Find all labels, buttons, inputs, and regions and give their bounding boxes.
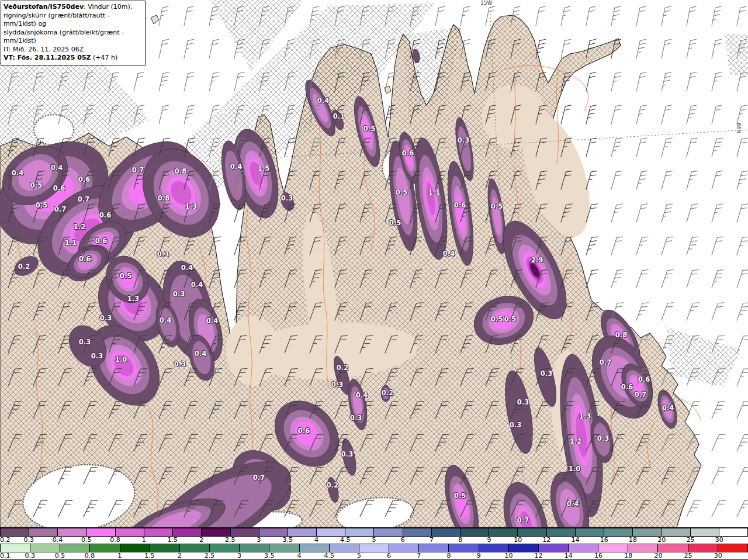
rain-scale-tick-label: 0.8 (85, 552, 95, 559)
precip-value-label: 0.5 (396, 188, 407, 196)
precip-value-label: 0.6 (402, 149, 414, 157)
precip-value-label: 0.4 (160, 316, 171, 324)
rain-scale-segment (120, 544, 150, 552)
rain-scale-tick-label: 3 (237, 552, 241, 559)
legend: 0.20.30.40.50.811.522.533.544.5567891012… (0, 527, 748, 560)
precip-value-label: 0.2 (337, 364, 348, 372)
sleet-scale-tick-label: 1 (142, 536, 146, 544)
latitude-label-right: 66N (736, 123, 742, 133)
sleet-scale-segment (374, 528, 403, 536)
precip-value-label: 0.4 (12, 169, 23, 177)
precip-value-label: 0.7 (132, 166, 144, 174)
sleet-scale-tick-label: 25 (687, 536, 695, 544)
precip-value-label: 0.3 (100, 314, 112, 322)
precip-value-label: 0.3 (91, 352, 103, 360)
sleet-scale-segment (29, 528, 58, 536)
precip-value-label: 0.3 (174, 360, 186, 368)
precip-value-label: 0.2 (382, 389, 393, 397)
precip-value-label: 1.2 (570, 437, 581, 445)
rain-scale-tick-label: 4 (297, 552, 302, 559)
sleet-scale-segment (518, 528, 546, 536)
title-box: Veðurstofan/IS750dev: Vindur (10m), rign… (1, 1, 146, 65)
rain-scale-tick-label: 14 (565, 552, 573, 559)
precip-value-label: 0.7 (600, 358, 611, 367)
rain-scale-tick-label: 12 (535, 552, 543, 559)
sleet-colorbar-labels: 0.20.30.40.50.811.522.533.544.5567891012… (0, 537, 748, 544)
precip-value-label: 0.6 (79, 255, 91, 263)
rain-scale-segment (330, 544, 359, 552)
sleet-scale-segment (345, 528, 374, 536)
rain-scale-tick-label: 2 (178, 552, 182, 559)
sleet-scale-segment (547, 528, 576, 536)
rain-scale-tick-label: 30 (714, 552, 722, 559)
precip-value-label: 0.3 (350, 414, 362, 422)
precip-value-label: 0.4 (356, 391, 368, 399)
sleet-scale-segment (231, 528, 259, 536)
sleet-scale-segment (432, 528, 460, 536)
precip-value-label: 0.8 (615, 331, 627, 339)
precip-value-label: 0.5 (363, 125, 375, 133)
rain-scale-tick-label: 1 (117, 552, 122, 559)
precip-value-label: 0.3 (517, 398, 529, 406)
precip-boundary-area (34, 115, 74, 145)
precip-value-label: 2.9 (531, 256, 543, 264)
sleet-scale-tick-label: 6 (401, 536, 405, 544)
sleet-scale-tick-label: 9 (487, 536, 491, 544)
sleet-scale-segment (116, 528, 144, 536)
precip-value-label: 0.6 (621, 383, 633, 391)
rain-scale-segment (210, 544, 240, 552)
sleet-scale-segment (87, 528, 116, 536)
rain-scale-tick-label: 18 (624, 552, 632, 559)
precip-value-label: 0.2 (18, 262, 30, 271)
rain-scale-segment (628, 544, 658, 552)
rain-scale-segment (180, 544, 210, 552)
sleet-scale-tick-label: 4.5 (340, 536, 351, 544)
sleet-scale-segment (489, 528, 518, 536)
sleet-scale-segment (144, 528, 173, 536)
init-time: IT: Mið. 26. 11. 2025 06Z (4, 46, 143, 54)
valid-time-bold: VT: Fös. 28.11.2025 05Z (4, 54, 91, 61)
rain-scale-segment (30, 544, 60, 552)
precip-value-label: 0.3 (510, 421, 521, 429)
sleet-scale-tick-label: 1.5 (168, 536, 178, 544)
rain-scale-tick-label: 9 (477, 552, 481, 559)
sleet-scale-tick-label: 30 (715, 536, 723, 544)
sleet-scale-segment (633, 528, 662, 536)
precip-value-label: 0.3 (331, 381, 343, 389)
sleet-scale-segment (576, 528, 604, 536)
sleet-scale-tick-label: 0.3 (23, 536, 34, 544)
precip-value-label: 0.4 (662, 404, 674, 412)
precip-value-label: 0.4 (181, 264, 193, 272)
sleet-scale-tick-label: 2 (199, 536, 203, 544)
title-line-2: rigning/skúrir (grænt/blátt/rautt - mm/1… (4, 12, 143, 29)
sleet-scale-tick-label: 7 (430, 536, 434, 544)
sleet-colorbar (0, 528, 748, 537)
precip-value-label: 0.1 (333, 112, 345, 120)
sleet-scale-tick-label: 20 (657, 536, 666, 544)
rain-scale-tick-label: 8 (447, 552, 451, 559)
rain-scale-tick-label: 0.1 (0, 552, 11, 559)
rain-scale-segment (658, 544, 688, 552)
rain-scale-tick-label: 20 (654, 552, 662, 559)
sleet-scale-segment (662, 528, 690, 536)
rain-scale-segment (300, 544, 330, 552)
precip-value-label: 0.4 (443, 250, 455, 258)
precip-value-label: 0.6 (99, 211, 111, 219)
rain-scale-tick-label: 25 (684, 552, 692, 559)
rain-scale-segment (1, 544, 30, 552)
sleet-scale-tick-label: 16 (600, 536, 608, 544)
precip-value-label: 0.5 (120, 272, 131, 280)
rain-scale-segment (539, 544, 569, 552)
map-svg (0, 0, 748, 527)
rain-scale-segment (569, 544, 598, 552)
precip-value-label: 1.1 (428, 188, 440, 196)
rain-scale-tick-label: 6 (387, 552, 391, 559)
precip-value-label: 0.4 (230, 163, 242, 171)
precip-value-label: 0.5 (36, 201, 47, 209)
rain-scale-segment (688, 544, 718, 552)
rain-scale-segment (419, 544, 449, 552)
precip-value-label: 0.6 (454, 201, 466, 209)
sleet-scale-tick-label: 3 (257, 536, 261, 544)
sleet-scale-segment (719, 528, 748, 536)
precip-value-label: 0.3 (458, 136, 469, 144)
